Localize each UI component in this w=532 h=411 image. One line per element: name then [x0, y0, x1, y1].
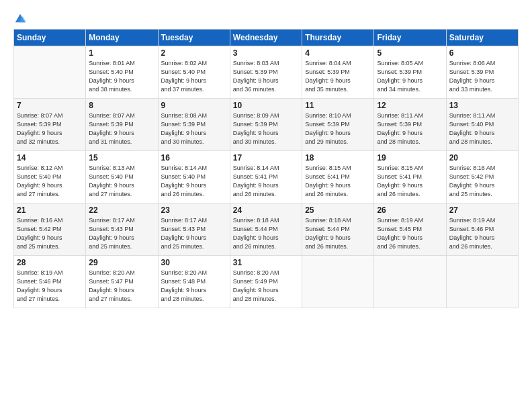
day-info: Sunrise: 8:11 AM Sunset: 5:40 PM Dayligh… [449, 111, 515, 146]
day-info: Sunrise: 8:05 AM Sunset: 5:39 PM Dayligh… [377, 59, 443, 94]
day-info: Sunrise: 8:15 AM Sunset: 5:41 PM Dayligh… [305, 164, 371, 199]
calendar-week: 14Sunrise: 8:12 AM Sunset: 5:40 PM Dayli… [14, 151, 519, 203]
calendar-cell [14, 46, 86, 99]
logo [13, 12, 26, 22]
calendar-cell: 1Sunrise: 8:01 AM Sunset: 5:40 PM Daylig… [86, 46, 158, 99]
calendar-cell: 24Sunrise: 8:18 AM Sunset: 5:44 PM Dayli… [230, 203, 302, 256]
day-info: Sunrise: 8:17 AM Sunset: 5:43 PM Dayligh… [161, 216, 227, 251]
day-number: 9 [161, 101, 227, 110]
day-info: Sunrise: 8:19 AM Sunset: 5:46 PM Dayligh… [17, 269, 83, 304]
calendar-cell: 6Sunrise: 8:06 AM Sunset: 5:39 PM Daylig… [446, 46, 518, 99]
calendar-cell: 11Sunrise: 8:10 AM Sunset: 5:39 PM Dayli… [302, 99, 374, 151]
day-number: 29 [89, 258, 154, 267]
day-number: 11 [305, 101, 371, 110]
day-info: Sunrise: 8:07 AM Sunset: 5:39 PM Dayligh… [17, 111, 83, 146]
calendar-cell: 8Sunrise: 8:07 AM Sunset: 5:39 PM Daylig… [86, 99, 158, 151]
calendar-week: 28Sunrise: 8:19 AM Sunset: 5:46 PM Dayli… [14, 256, 519, 308]
day-number: 20 [449, 153, 515, 163]
day-of-week-header: Monday [86, 30, 158, 46]
day-info: Sunrise: 8:20 AM Sunset: 5:47 PM Dayligh… [89, 269, 154, 304]
day-number: 18 [305, 153, 371, 163]
day-number: 31 [233, 258, 299, 267]
calendar-cell: 29Sunrise: 8:20 AM Sunset: 5:47 PM Dayli… [86, 256, 158, 308]
calendar-cell: 5Sunrise: 8:05 AM Sunset: 5:39 PM Daylig… [374, 46, 446, 99]
day-number: 3 [233, 48, 299, 58]
day-number: 21 [17, 205, 83, 215]
day-number: 17 [233, 153, 299, 163]
calendar-cell: 9Sunrise: 8:08 AM Sunset: 5:39 PM Daylig… [158, 99, 230, 151]
day-info: Sunrise: 8:08 AM Sunset: 5:39 PM Dayligh… [161, 111, 227, 146]
day-info: Sunrise: 8:02 AM Sunset: 5:40 PM Dayligh… [161, 59, 227, 94]
day-number: 26 [377, 205, 443, 215]
day-info: Sunrise: 8:03 AM Sunset: 5:39 PM Dayligh… [233, 59, 299, 94]
day-number: 4 [305, 48, 371, 58]
day-info: Sunrise: 8:13 AM Sunset: 5:40 PM Dayligh… [89, 164, 154, 199]
day-info: Sunrise: 8:06 AM Sunset: 5:39 PM Dayligh… [449, 59, 515, 94]
day-info: Sunrise: 8:14 AM Sunset: 5:40 PM Dayligh… [161, 164, 227, 199]
day-info: Sunrise: 8:01 AM Sunset: 5:40 PM Dayligh… [89, 59, 154, 94]
day-number: 16 [161, 153, 227, 163]
day-number: 8 [89, 101, 154, 110]
day-number: 22 [89, 205, 154, 215]
day-info: Sunrise: 8:18 AM Sunset: 5:44 PM Dayligh… [305, 216, 371, 251]
calendar-cell [302, 256, 374, 308]
day-of-week-header: Saturday [446, 30, 518, 46]
day-number: 25 [305, 205, 371, 215]
day-info: Sunrise: 8:20 AM Sunset: 5:49 PM Dayligh… [233, 269, 299, 304]
calendar-cell: 28Sunrise: 8:19 AM Sunset: 5:46 PM Dayli… [14, 256, 86, 308]
day-of-week-header: Thursday [302, 30, 374, 46]
day-info: Sunrise: 8:07 AM Sunset: 5:39 PM Dayligh… [89, 111, 154, 146]
day-number: 19 [377, 153, 443, 163]
calendar-week: 21Sunrise: 8:16 AM Sunset: 5:42 PM Dayli… [14, 203, 519, 256]
day-info: Sunrise: 8:20 AM Sunset: 5:48 PM Dayligh… [161, 269, 227, 304]
calendar-cell: 16Sunrise: 8:14 AM Sunset: 5:40 PM Dayli… [158, 151, 230, 203]
calendar-cell: 4Sunrise: 8:04 AM Sunset: 5:39 PM Daylig… [302, 46, 374, 99]
day-of-week-header: Wednesday [230, 30, 302, 46]
day-number: 1 [89, 48, 154, 58]
calendar-cell: 15Sunrise: 8:13 AM Sunset: 5:40 PM Dayli… [86, 151, 158, 203]
calendar-week: 7Sunrise: 8:07 AM Sunset: 5:39 PM Daylig… [14, 99, 519, 151]
calendar-cell: 25Sunrise: 8:18 AM Sunset: 5:44 PM Dayli… [302, 203, 374, 256]
day-number: 7 [17, 101, 83, 110]
day-number: 27 [449, 205, 515, 215]
calendar-cell: 22Sunrise: 8:17 AM Sunset: 5:43 PM Dayli… [86, 203, 158, 256]
calendar-cell: 19Sunrise: 8:15 AM Sunset: 5:41 PM Dayli… [374, 151, 446, 203]
calendar: SundayMondayTuesdayWednesdayThursdayFrid… [13, 29, 519, 308]
calendar-cell: 12Sunrise: 8:11 AM Sunset: 5:39 PM Dayli… [374, 99, 446, 151]
day-number: 6 [449, 48, 515, 58]
calendar-cell [446, 256, 518, 308]
day-number: 28 [17, 258, 83, 267]
calendar-cell: 26Sunrise: 8:19 AM Sunset: 5:45 PM Dayli… [374, 203, 446, 256]
calendar-cell: 17Sunrise: 8:14 AM Sunset: 5:41 PM Dayli… [230, 151, 302, 203]
day-info: Sunrise: 8:12 AM Sunset: 5:40 PM Dayligh… [17, 164, 83, 199]
day-number: 15 [89, 153, 154, 163]
day-info: Sunrise: 8:14 AM Sunset: 5:41 PM Dayligh… [233, 164, 299, 199]
day-number: 30 [161, 258, 227, 267]
logo-icon [14, 12, 26, 24]
day-number: 23 [161, 205, 227, 215]
calendar-cell: 20Sunrise: 8:16 AM Sunset: 5:42 PM Dayli… [446, 151, 518, 203]
calendar-cell: 14Sunrise: 8:12 AM Sunset: 5:40 PM Dayli… [14, 151, 86, 203]
calendar-cell: 10Sunrise: 8:09 AM Sunset: 5:39 PM Dayli… [230, 99, 302, 151]
day-of-week-header: Tuesday [158, 30, 230, 46]
day-info: Sunrise: 8:11 AM Sunset: 5:39 PM Dayligh… [377, 111, 443, 146]
calendar-cell: 2Sunrise: 8:02 AM Sunset: 5:40 PM Daylig… [158, 46, 230, 99]
calendar-cell: 13Sunrise: 8:11 AM Sunset: 5:40 PM Dayli… [446, 99, 518, 151]
calendar-body: 1Sunrise: 8:01 AM Sunset: 5:40 PM Daylig… [14, 46, 519, 308]
calendar-cell: 18Sunrise: 8:15 AM Sunset: 5:41 PM Dayli… [302, 151, 374, 203]
day-info: Sunrise: 8:15 AM Sunset: 5:41 PM Dayligh… [377, 164, 443, 199]
day-info: Sunrise: 8:19 AM Sunset: 5:46 PM Dayligh… [449, 216, 515, 251]
day-number: 2 [161, 48, 227, 58]
day-info: Sunrise: 8:17 AM Sunset: 5:43 PM Dayligh… [89, 216, 154, 251]
header [13, 12, 519, 22]
calendar-cell: 7Sunrise: 8:07 AM Sunset: 5:39 PM Daylig… [14, 99, 86, 151]
day-info: Sunrise: 8:19 AM Sunset: 5:45 PM Dayligh… [377, 216, 443, 251]
page: SundayMondayTuesdayWednesdayThursdayFrid… [0, 0, 532, 411]
day-info: Sunrise: 8:10 AM Sunset: 5:39 PM Dayligh… [305, 111, 371, 146]
day-number: 14 [17, 153, 83, 163]
calendar-week: 1Sunrise: 8:01 AM Sunset: 5:40 PM Daylig… [14, 46, 519, 99]
day-number: 13 [449, 101, 515, 110]
calendar-cell [374, 256, 446, 308]
day-number: 5 [377, 48, 443, 58]
day-of-week-header: Sunday [14, 30, 86, 46]
